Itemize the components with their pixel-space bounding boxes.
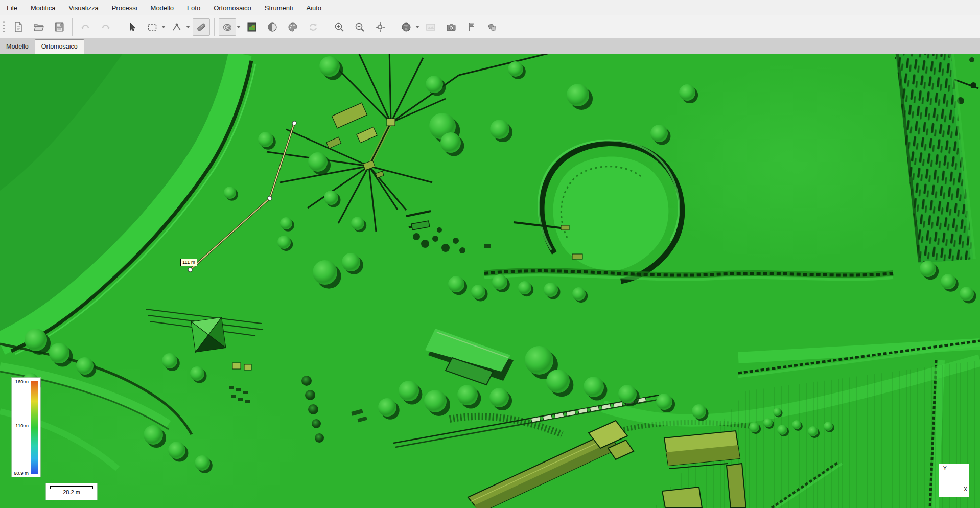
toolbar-separator [119,18,119,36]
menu-strumenti[interactable]: Strumenti [260,2,298,14]
axis-y-label: Y [943,466,947,471]
menu-bar: File Modifica Visualizza Processi Modell… [0,0,980,15]
toolbar-separator [393,18,393,36]
flag-icon [466,21,477,33]
tab-ortomosaico[interactable]: Ortomosaico [35,39,84,54]
angle-measure-dropdown[interactable] [186,26,190,28]
elevation-legend: 160 m 110 m 60.9 m [12,378,40,477]
legend-min-label: 60.9 m [14,470,29,476]
selection-tool-button[interactable] [123,18,141,36]
toolbar-separator [72,18,73,36]
angle-measure-tool-button[interactable] [168,18,185,36]
flag-marker-button[interactable] [463,18,480,36]
redo-icon [100,21,111,33]
rect-selection-dropdown[interactable] [161,26,166,28]
ruler-icon [196,21,207,33]
toolbar-separator [214,18,215,36]
toolbar-separator [326,18,326,36]
measurement-value-tooltip: 111 m [180,259,197,266]
axis-x-label: X [964,487,967,492]
globe-button[interactable] [398,18,415,36]
axis-indicator: Y X [939,464,969,497]
scale-value-label: 28.2 m [46,489,97,495]
palette-icon [287,21,298,33]
toolbar [0,15,980,39]
ruler-tool-button[interactable] [193,18,210,36]
dem-viewport[interactable]: 111 m 160 m 110 m 60.9 m 28.2 m Y X [0,54,980,508]
zoom-out-icon [354,21,365,33]
menu-ortomosaico[interactable]: Ortomosaico [208,2,256,14]
refresh-button[interactable] [305,18,322,36]
tab-modello[interactable]: Modello [0,40,35,54]
view-tab-bar: Modello Ortomosaico [0,38,980,54]
fit-view-icon [375,21,386,33]
elevation-gradient-bar [31,381,38,474]
angle-measure-icon [171,21,182,33]
menu-visualizza[interactable]: Visualizza [63,2,103,14]
undo-icon [80,21,91,33]
new-project-button[interactable] [10,18,27,36]
camera-icon [446,21,457,33]
open-folder-icon [33,21,44,33]
zoom-in-icon [334,21,345,33]
toolbar-grip-handle[interactable] [3,21,5,32]
contour-draw-icon [222,21,233,33]
shapes-icon [486,21,498,33]
palette-button[interactable] [284,18,301,36]
select-arrow-icon [126,21,137,33]
ortho-image-button[interactable] [422,18,439,36]
application-window: File Modifica Visualizza Processi Modell… [0,0,980,508]
menu-modello[interactable]: Modello [146,2,179,14]
globe-dropdown[interactable] [415,26,419,28]
new-document-icon [13,21,24,33]
legend-max-label: 160 m [15,379,29,384]
menu-foto[interactable]: Foto [182,2,205,14]
menu-aiuto[interactable]: Aiuto [301,2,326,14]
contour-draw-tool-button[interactable] [219,18,236,36]
dem-view-button[interactable] [243,18,261,36]
hillshade-icon [267,21,278,33]
zoom-out-button[interactable] [351,18,368,36]
rect-selection-tool-button[interactable] [144,18,161,36]
scale-bar: 28.2 m [46,483,97,500]
legend-mid-label: 110 m [15,423,29,428]
open-project-button[interactable] [30,18,48,36]
redo-button[interactable] [97,18,114,36]
hillshade-toggle-button[interactable] [264,18,281,36]
contour-draw-dropdown[interactable] [237,26,241,28]
ortho-image-icon [425,21,436,33]
capture-view-button[interactable] [442,18,460,36]
globe-icon [401,21,412,33]
menu-modifica[interactable]: Modifica [26,2,60,14]
shapes-button[interactable] [483,18,501,36]
axis-lines [946,473,963,491]
undo-button[interactable] [77,18,94,36]
refresh-icon [308,21,319,33]
zoom-in-button[interactable] [331,18,348,36]
menu-file[interactable]: File [2,2,22,14]
dem-map[interactable] [0,54,980,508]
save-icon [54,21,65,33]
rect-selection-icon [147,21,158,33]
menu-processi[interactable]: Processi [107,2,143,14]
save-project-button[interactable] [51,18,68,36]
dem-map-icon [246,21,258,33]
fit-view-button[interactable] [371,18,389,36]
